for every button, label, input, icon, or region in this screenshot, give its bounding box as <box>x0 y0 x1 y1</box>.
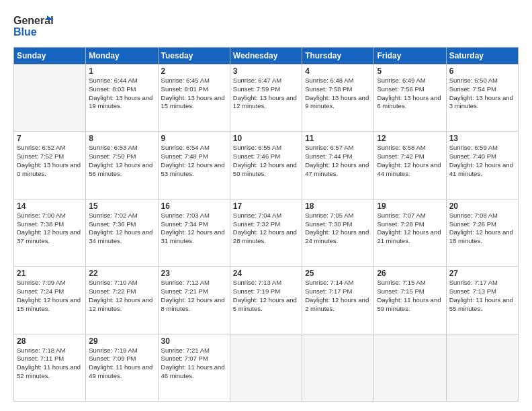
calendar-week-5: 28Sunrise: 7:18 AM Sunset: 7:11 PM Dayli… <box>14 334 519 401</box>
weekday-header-sunday: Sunday <box>14 48 86 64</box>
day-info: Sunrise: 6:49 AM Sunset: 7:56 PM Dayligh… <box>377 77 443 111</box>
calendar-cell: 28Sunrise: 7:18 AM Sunset: 7:11 PM Dayli… <box>14 334 86 401</box>
calendar-table: SundayMondayTuesdayWednesdayThursdayFrid… <box>13 47 519 402</box>
day-info: Sunrise: 7:08 AM Sunset: 7:26 PM Dayligh… <box>449 212 515 246</box>
day-info: Sunrise: 6:59 AM Sunset: 7:40 PM Dayligh… <box>449 144 515 178</box>
calendar-week-1: 1Sunrise: 6:44 AM Sunset: 8:03 PM Daylig… <box>14 64 519 132</box>
calendar-cell: 9Sunrise: 6:54 AM Sunset: 7:48 PM Daylig… <box>158 132 230 199</box>
calendar-cell: 4Sunrise: 6:48 AM Sunset: 7:58 PM Daylig… <box>302 64 374 132</box>
calendar-week-3: 14Sunrise: 7:00 AM Sunset: 7:38 PM Dayli… <box>14 199 519 266</box>
weekday-header-wednesday: Wednesday <box>230 48 302 64</box>
day-info: Sunrise: 6:52 AM Sunset: 7:52 PM Dayligh… <box>17 144 83 178</box>
day-number: 10 <box>233 134 299 143</box>
day-info: Sunrise: 7:02 AM Sunset: 7:36 PM Dayligh… <box>89 212 154 246</box>
calendar-cell: 25Sunrise: 7:14 AM Sunset: 7:17 PM Dayli… <box>302 267 374 334</box>
calendar-cell: 16Sunrise: 7:03 AM Sunset: 7:34 PM Dayli… <box>158 199 230 266</box>
calendar-cell: 12Sunrise: 6:58 AM Sunset: 7:42 PM Dayli… <box>374 132 446 199</box>
calendar-cell: 18Sunrise: 7:05 AM Sunset: 7:30 PM Dayli… <box>302 199 374 266</box>
day-number: 29 <box>89 336 154 346</box>
day-number: 13 <box>449 134 515 143</box>
day-info: Sunrise: 6:58 AM Sunset: 7:42 PM Dayligh… <box>377 144 443 178</box>
calendar-cell: 10Sunrise: 6:55 AM Sunset: 7:46 PM Dayli… <box>230 132 302 199</box>
day-info: Sunrise: 7:12 AM Sunset: 7:21 PM Dayligh… <box>161 279 227 313</box>
day-number: 5 <box>377 66 443 76</box>
calendar-cell: 20Sunrise: 7:08 AM Sunset: 7:26 PM Dayli… <box>446 199 518 266</box>
day-number: 17 <box>233 201 299 211</box>
calendar-cell: 17Sunrise: 7:04 AM Sunset: 7:32 PM Dayli… <box>230 199 302 266</box>
logo: GeneralBlue <box>13 12 54 40</box>
day-info: Sunrise: 7:15 AM Sunset: 7:15 PM Dayligh… <box>377 279 443 313</box>
day-number: 18 <box>305 201 371 211</box>
day-info: Sunrise: 7:09 AM Sunset: 7:24 PM Dayligh… <box>17 279 83 313</box>
header: GeneralBlue <box>13 12 519 40</box>
day-info: Sunrise: 7:17 AM Sunset: 7:13 PM Dayligh… <box>449 279 515 313</box>
calendar-week-2: 7Sunrise: 6:52 AM Sunset: 7:52 PM Daylig… <box>14 132 519 199</box>
calendar-cell: 15Sunrise: 7:02 AM Sunset: 7:36 PM Dayli… <box>86 199 158 266</box>
calendar-cell: 5Sunrise: 6:49 AM Sunset: 7:56 PM Daylig… <box>374 64 446 132</box>
calendar-cell: 2Sunrise: 6:45 AM Sunset: 8:01 PM Daylig… <box>158 64 230 132</box>
day-info: Sunrise: 7:07 AM Sunset: 7:28 PM Dayligh… <box>377 212 443 246</box>
day-number: 11 <box>305 134 371 143</box>
calendar-cell <box>14 64 86 132</box>
day-number: 19 <box>377 201 443 211</box>
weekday-header-monday: Monday <box>86 48 158 64</box>
calendar-cell: 14Sunrise: 7:00 AM Sunset: 7:38 PM Dayli… <box>14 199 86 266</box>
day-info: Sunrise: 7:21 AM Sunset: 7:07 PM Dayligh… <box>161 347 227 381</box>
page: GeneralBlue SundayMondayTuesdayWednesday… <box>0 0 532 411</box>
day-number: 15 <box>89 201 154 211</box>
day-number: 8 <box>89 134 154 143</box>
day-number: 9 <box>161 134 227 143</box>
day-info: Sunrise: 7:00 AM Sunset: 7:38 PM Dayligh… <box>17 212 83 246</box>
day-number: 6 <box>449 66 515 76</box>
day-number: 25 <box>305 269 371 278</box>
calendar-cell: 6Sunrise: 6:50 AM Sunset: 7:54 PM Daylig… <box>446 64 518 132</box>
calendar-cell: 26Sunrise: 7:15 AM Sunset: 7:15 PM Dayli… <box>374 267 446 334</box>
day-info: Sunrise: 6:45 AM Sunset: 8:01 PM Dayligh… <box>161 77 227 111</box>
day-number: 1 <box>89 66 154 76</box>
calendar-cell: 13Sunrise: 6:59 AM Sunset: 7:40 PM Dayli… <box>446 132 518 199</box>
weekday-header-thursday: Thursday <box>302 48 374 64</box>
calendar-cell <box>302 334 374 401</box>
day-info: Sunrise: 6:44 AM Sunset: 8:03 PM Dayligh… <box>89 77 154 111</box>
logo-svg: GeneralBlue <box>13 12 54 40</box>
day-info: Sunrise: 6:48 AM Sunset: 7:58 PM Dayligh… <box>305 77 371 111</box>
day-info: Sunrise: 7:04 AM Sunset: 7:32 PM Dayligh… <box>233 212 299 246</box>
day-info: Sunrise: 6:54 AM Sunset: 7:48 PM Dayligh… <box>161 144 227 178</box>
calendar-cell: 27Sunrise: 7:17 AM Sunset: 7:13 PM Dayli… <box>446 267 518 334</box>
weekday-header-row: SundayMondayTuesdayWednesdayThursdayFrid… <box>14 48 519 64</box>
day-info: Sunrise: 7:14 AM Sunset: 7:17 PM Dayligh… <box>305 279 371 313</box>
day-number: 20 <box>449 201 515 211</box>
day-number: 3 <box>233 66 299 76</box>
calendar-cell: 7Sunrise: 6:52 AM Sunset: 7:52 PM Daylig… <box>14 132 86 199</box>
day-info: Sunrise: 7:05 AM Sunset: 7:30 PM Dayligh… <box>305 212 371 246</box>
day-info: Sunrise: 7:18 AM Sunset: 7:11 PM Dayligh… <box>17 347 83 381</box>
day-info: Sunrise: 6:47 AM Sunset: 7:59 PM Dayligh… <box>233 77 299 111</box>
day-number: 28 <box>17 336 83 346</box>
day-number: 16 <box>161 201 227 211</box>
calendar-cell: 21Sunrise: 7:09 AM Sunset: 7:24 PM Dayli… <box>14 267 86 334</box>
calendar-cell: 8Sunrise: 6:53 AM Sunset: 7:50 PM Daylig… <box>86 132 158 199</box>
day-number: 23 <box>161 269 227 278</box>
day-info: Sunrise: 6:55 AM Sunset: 7:46 PM Dayligh… <box>233 144 299 178</box>
day-info: Sunrise: 7:10 AM Sunset: 7:22 PM Dayligh… <box>89 279 154 313</box>
day-info: Sunrise: 6:53 AM Sunset: 7:50 PM Dayligh… <box>89 144 154 178</box>
calendar-cell: 24Sunrise: 7:13 AM Sunset: 7:19 PM Dayli… <box>230 267 302 334</box>
day-info: Sunrise: 7:19 AM Sunset: 7:09 PM Dayligh… <box>89 347 154 381</box>
day-number: 24 <box>233 269 299 278</box>
day-number: 21 <box>17 269 83 278</box>
day-info: Sunrise: 7:13 AM Sunset: 7:19 PM Dayligh… <box>233 279 299 313</box>
day-number: 14 <box>17 201 83 211</box>
day-number: 7 <box>17 134 83 143</box>
day-number: 12 <box>377 134 443 143</box>
weekday-header-friday: Friday <box>374 48 446 64</box>
calendar-cell: 23Sunrise: 7:12 AM Sunset: 7:21 PM Dayli… <box>158 267 230 334</box>
calendar-week-4: 21Sunrise: 7:09 AM Sunset: 7:24 PM Dayli… <box>14 267 519 334</box>
day-number: 2 <box>161 66 227 76</box>
calendar-cell: 3Sunrise: 6:47 AM Sunset: 7:59 PM Daylig… <box>230 64 302 132</box>
calendar-cell: 11Sunrise: 6:57 AM Sunset: 7:44 PM Dayli… <box>302 132 374 199</box>
day-info: Sunrise: 6:57 AM Sunset: 7:44 PM Dayligh… <box>305 144 371 178</box>
calendar-cell <box>230 334 302 401</box>
svg-text:Blue: Blue <box>13 26 37 38</box>
calendar-cell <box>446 334 518 401</box>
day-number: 27 <box>449 269 515 278</box>
